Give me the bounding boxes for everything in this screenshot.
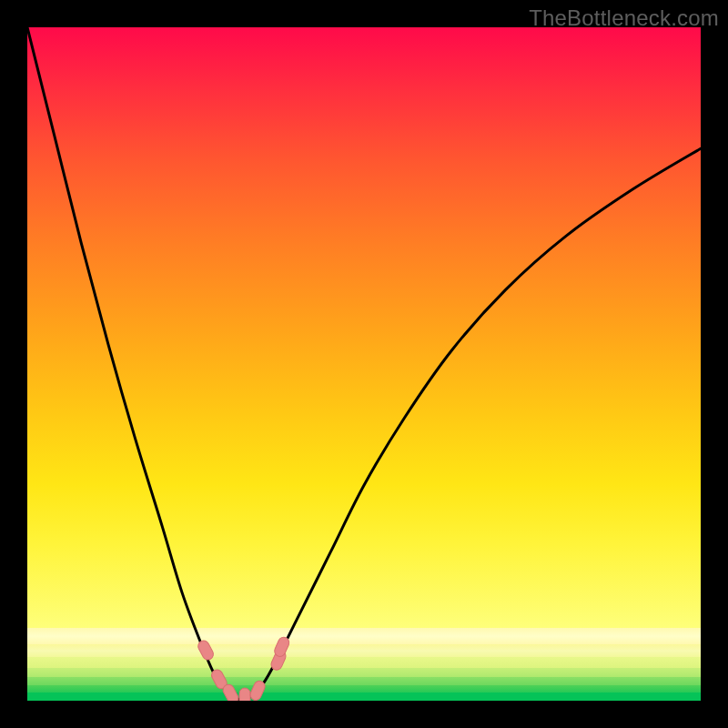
- bottleneck-curve: [27, 27, 701, 700]
- curve-marker: [273, 635, 291, 658]
- watermark-text: TheBottleneck.com: [529, 5, 719, 31]
- chart-svg: [27, 27, 701, 701]
- curve-marker: [239, 688, 250, 701]
- plot-area: [27, 27, 701, 701]
- curve-path: [27, 27, 701, 700]
